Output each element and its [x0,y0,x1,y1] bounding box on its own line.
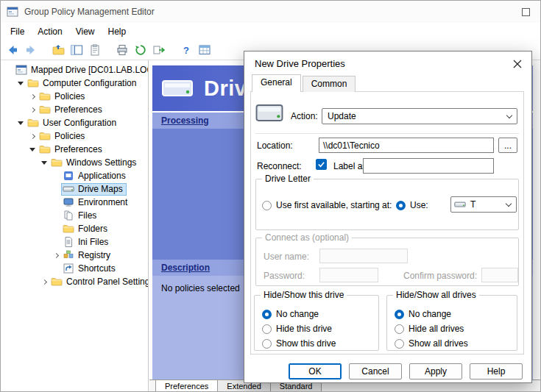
clipboard-icon[interactable] [88,43,102,57]
menu-view[interactable]: View [69,24,102,39]
drive-letter-legend: Drive Letter [262,174,314,184]
help-icon[interactable]: ? [179,43,194,57]
tree-item-shortcuts[interactable]: Shortcuts [1,262,148,275]
tree-item-control-panel-setting[interactable]: Control Panel Setting [1,275,148,288]
apply-button[interactable]: Apply [409,363,462,379]
chevron-down-icon[interactable] [27,148,38,152]
view-tab-preferences[interactable]: Preferences [155,380,218,391]
radio-show-all-drives[interactable]: Show all drives [395,338,514,349]
confirm-password-input[interactable] [481,268,518,282]
tree-item-label: Shortcuts [77,263,116,274]
use-first-available-radio[interactable]: Use first available, starting at: [262,200,392,210]
up-folder-icon[interactable] [51,43,66,57]
reconnect-checkbox[interactable] [316,159,327,170]
tree-item-highlight: Folders [61,223,111,235]
maximize-button[interactable] [522,8,530,16]
console-window-icon[interactable] [69,43,84,57]
tree-item-highlight: User Configuration [26,117,120,129]
tree-item-folders[interactable]: Folders [1,222,148,235]
chevron-down-icon [506,112,512,118]
tree-item-highlight: Policies [38,130,88,143]
folder-icon [39,143,52,155]
dialog-tab-general[interactable]: General [252,74,301,92]
chevron-down-icon[interactable] [39,161,49,165]
tree-item-applications[interactable]: Applications [1,169,148,182]
registry-icon [63,249,75,261]
forward-icon[interactable] [24,43,38,57]
chevron-right-icon[interactable] [27,108,38,112]
menu-help[interactable]: Help [102,24,133,39]
radio-hide-all-drives[interactable]: Hide all drives [395,324,514,334]
tree-item-computer-configuration[interactable]: Computer Configuration [1,76,148,90]
tree-item-highlight: Mapped Drive [DC01.LAB.LOCA [14,64,149,76]
radio-label: No change [409,309,451,319]
tree-item-windows-settings[interactable]: Windows Settings [1,156,148,169]
radio-icon [395,339,404,349]
chevron-down-icon[interactable] [15,121,26,125]
action-value: Update [328,111,356,121]
environment-icon [63,196,75,208]
back-icon[interactable] [5,43,20,57]
tree-item-registry[interactable]: Registry [1,249,148,262]
ok-button[interactable]: OK [289,363,342,379]
tree-item-label: Preferences [54,104,103,115]
folder-icon [39,104,52,115]
tree-item-drive-maps[interactable]: Drive Maps [1,182,148,196]
dialog-title: New Drive Properties [255,58,345,69]
printer-icon[interactable] [115,43,130,57]
use-label: Use: [410,200,428,210]
user-name-input[interactable] [319,249,408,263]
tree-item-user-configuration[interactable]: User Configuration [1,116,148,129]
drive-maps-icon [161,78,194,99]
menu-file[interactable]: File [4,24,31,39]
chevron-right-icon[interactable] [27,135,38,138]
tree-item-preferences[interactable]: Preferences [1,103,148,116]
menu-action[interactable]: Action [31,24,68,39]
cancel-button[interactable]: Cancel [349,363,402,379]
label-as-input[interactable] [363,158,494,174]
tree-item-policies[interactable]: Policies [1,129,148,143]
tree-item-label: Drive Maps [77,184,124,194]
tree-item-highlight: Environment [61,196,131,209]
radio-hide-this-drive[interactable]: Hide this drive [262,324,375,334]
location-input[interactable]: \\dc01\Tecnico [319,138,494,153]
chevron-right-icon[interactable] [39,280,49,284]
tree-item-files[interactable]: Files [1,209,148,222]
folder-icon [27,77,40,89]
use-radio[interactable]: Use: [396,200,428,210]
chevron-right-icon[interactable] [27,95,38,99]
connect-as-legend: Connect as (optional) [262,232,352,243]
radio-label: Hide all drives [409,324,464,334]
table-view-icon[interactable] [197,43,212,57]
drive-letter-group: Drive Letter Use first available, starti… [255,179,519,230]
reconnect-label: Reconnect: [257,161,302,171]
radio-no-change[interactable]: No change [395,309,514,319]
browse-button[interactable]: ... [498,138,517,153]
tree-item-label: Registry [77,250,111,260]
help-button[interactable]: Help [470,363,523,379]
dialog-tab-common[interactable]: Common [303,76,356,92]
chevron-down-icon[interactable] [15,82,26,85]
tree-item-ini-files[interactable]: Ini Files [1,235,148,249]
tree-item-mapped-drive-dc01-lab-loca[interactable]: Mapped Drive [DC01.LAB.LOCA [1,63,148,76]
description-link[interactable]: Description [161,263,210,273]
tree-item-preferences[interactable]: Preferences [1,143,148,156]
close-icon[interactable] [511,57,524,71]
tree-item-label: Policies [54,91,85,101]
radio-show-this-drive[interactable]: Show this drive [262,338,375,349]
processing-link[interactable]: Processing [161,115,209,126]
tree-item-environment[interactable]: Environment [1,196,148,209]
tree-item-label: Preferences [54,144,103,154]
radio-no-change[interactable]: No change [262,309,375,319]
action-select[interactable]: Update [322,108,517,124]
export-list-icon[interactable] [152,43,166,57]
confirm-password-label: Confirm password: [403,271,477,281]
drive-letter-select[interactable]: T [450,196,517,213]
password-input[interactable] [319,268,378,282]
tree-item-highlight: Computer Configuration [26,77,140,90]
chevron-right-icon[interactable] [51,254,61,257]
tree-item-policies[interactable]: Policies [1,90,148,103]
folder-icon [51,276,63,288]
refresh-icon[interactable] [133,43,148,57]
tree-item-label: Windows Settings [66,157,137,168]
